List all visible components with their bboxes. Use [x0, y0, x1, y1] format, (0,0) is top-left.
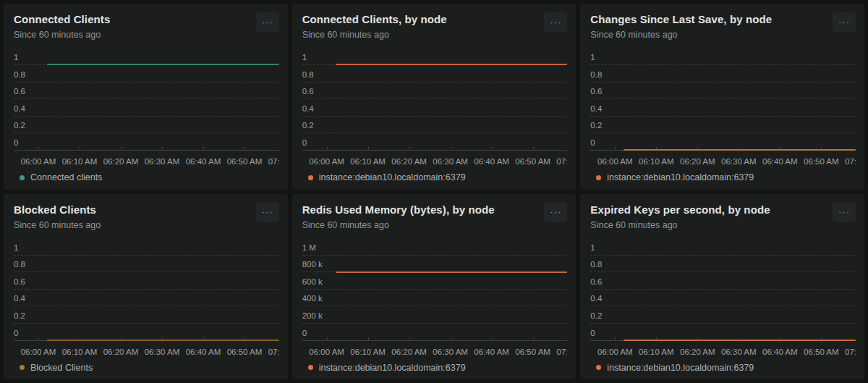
ellipsis-icon: ···: [262, 17, 273, 28]
y-gridline: [302, 323, 568, 324]
legend-label: instance:debian10.localdomain:6379: [607, 363, 754, 373]
y-axis-label: 0: [14, 328, 18, 338]
panel-menu-button[interactable]: ···: [833, 203, 856, 222]
y-gridline: [302, 98, 568, 99]
x-axis-label: 06:40 AM: [474, 156, 509, 167]
y-gridline: [590, 272, 856, 272]
y-axis-label: 0.6: [14, 277, 25, 287]
y-axis-label: 0: [14, 138, 18, 148]
legend-label: instance:debian10.localdomain:6379: [607, 172, 754, 182]
x-axis-label: 06:00 AM: [21, 156, 56, 167]
y-gridline: [590, 306, 856, 306]
y-axis-label: 0.8: [14, 70, 25, 80]
x-axis-label: 07:00 AM: [268, 347, 279, 357]
line-chart[interactable]: 1 M800 k600 k400 k200 k006:00 AM06:10 AM…: [302, 237, 568, 359]
x-axis-label: 06:40 AM: [762, 347, 798, 357]
x-axis-tick: [533, 337, 534, 340]
x-axis-tick: [533, 147, 534, 150]
x-axis-tick: [203, 147, 204, 150]
y-gridline: [590, 132, 856, 133]
y-gridline: [14, 255, 279, 256]
y-axis-label: 800 k: [302, 259, 323, 269]
legend-item[interactable]: instance:debian10.localdomain:6379: [596, 363, 754, 373]
series-line: [624, 340, 856, 341]
x-axis-tick: [368, 147, 369, 150]
y-axis-label: 0.8: [590, 70, 602, 80]
x-axis-label: 07:00 AM: [845, 347, 856, 357]
legend-label: instance:debian10.localdomain:6379: [319, 363, 466, 373]
x-axis-tick: [244, 147, 245, 150]
y-gridline: [302, 82, 568, 83]
panel-menu-button[interactable]: ···: [833, 12, 856, 32]
y-gridline: [590, 82, 856, 83]
y-axis-label: 200 k: [302, 311, 323, 321]
panel-title: Redis Used Memory (bytes), by node: [302, 203, 568, 217]
x-axis-label: 06:20 AM: [680, 347, 715, 357]
y-axis-label: 0.8: [590, 259, 602, 269]
y-axis-label: 0.4: [590, 104, 602, 114]
y-axis-label: 0.6: [14, 86, 25, 96]
y-gridline: [302, 116, 568, 117]
x-axis-label: 06:30 AM: [433, 347, 468, 357]
x-axis-tick: [327, 147, 328, 150]
x-axis-line: [302, 150, 568, 151]
y-axis-label: 1: [14, 52, 18, 62]
x-axis-label: 07:00 AM: [556, 347, 567, 357]
y-axis-label: 0: [302, 138, 307, 148]
legend-item[interactable]: instance:debian10.localdomain:6379: [308, 172, 466, 182]
x-axis-tick: [451, 147, 451, 150]
line-chart[interactable]: 10.80.60.40.2006:00 AM06:10 AM06:20 AM06…: [590, 47, 856, 169]
legend-item[interactable]: instance:debian10.localdomain:6379: [596, 172, 754, 182]
line-chart[interactable]: 10.80.60.40.2006:00 AM06:10 AM06:20 AM06…: [590, 237, 856, 359]
x-axis-label: 06:50 AM: [227, 347, 263, 357]
y-axis-label: 600 k: [302, 277, 323, 287]
x-axis-label: 06:30 AM: [145, 156, 180, 167]
x-axis-label: 06:50 AM: [515, 156, 550, 167]
panel-connected-clients-by-node: Connected Clients, by node Since 60 minu…: [292, 4, 576, 190]
y-gridline: [302, 132, 568, 133]
panel-menu-button[interactable]: ···: [544, 203, 567, 222]
y-gridline: [302, 306, 568, 306]
x-axis-label: 06:10 AM: [62, 156, 98, 167]
x-axis-label: 06:50 AM: [804, 156, 839, 167]
panel-menu-button[interactable]: ···: [544, 12, 567, 32]
x-axis-tick: [80, 147, 80, 150]
series-line: [47, 340, 279, 341]
y-axis-label: 1: [590, 52, 595, 62]
legend-item[interactable]: instance:debian10.localdomain:6379: [308, 363, 466, 373]
panel-menu-button[interactable]: ···: [256, 203, 279, 222]
y-axis-label: 400 k: [302, 293, 323, 303]
panel-time-range: Since 60 minutes ago: [590, 219, 856, 232]
line-chart[interactable]: 10.80.60.40.2006:00 AM06:10 AM06:20 AM06…: [302, 47, 568, 169]
panel-changes-since-last-save: Changes Since Last Save, by node Since 6…: [580, 4, 864, 190]
x-axis-tick: [121, 147, 122, 150]
y-axis-label: 0: [302, 328, 307, 338]
x-axis-label: 06:30 AM: [145, 347, 180, 357]
x-axis-label: 06:00 AM: [309, 347, 344, 357]
panel-menu-button[interactable]: ···: [256, 12, 279, 32]
x-axis-label: 06:30 AM: [721, 347, 757, 357]
line-chart[interactable]: 10.80.60.40.2006:00 AM06:10 AM06:20 AM06…: [14, 47, 279, 169]
y-gridline: [590, 64, 856, 65]
line-chart[interactable]: 10.80.60.40.2006:00 AM06:10 AM06:20 AM06…: [14, 237, 279, 359]
y-axis-label: 1: [590, 243, 595, 253]
ellipsis-icon: ···: [838, 206, 850, 217]
x-axis-line: [302, 340, 568, 341]
x-axis-label: 06:50 AM: [227, 156, 263, 167]
x-axis-line: [14, 150, 279, 151]
panel-blocked-clients: Blocked Clients Since 60 minutes ago ···…: [4, 194, 288, 380]
legend-dot: [596, 175, 601, 180]
legend-item[interactable]: Blocked Clients: [20, 363, 93, 373]
x-axis-tick: [492, 147, 493, 150]
x-axis-label: 06:30 AM: [721, 156, 757, 167]
y-gridline: [14, 132, 279, 133]
y-axis-label: 0: [590, 328, 595, 338]
x-axis-tick: [409, 147, 410, 150]
legend-item[interactable]: Connected clients: [20, 172, 102, 182]
series-line: [336, 64, 568, 65]
panel-expired-keys-per-second: Expired Keys per second, by node Since 6…: [580, 194, 864, 380]
panel-title: Expired Keys per second, by node: [590, 203, 856, 217]
y-axis-label: 0.4: [302, 104, 314, 114]
x-axis-label: 06:00 AM: [21, 347, 56, 357]
x-axis-label: 06:40 AM: [186, 347, 221, 357]
